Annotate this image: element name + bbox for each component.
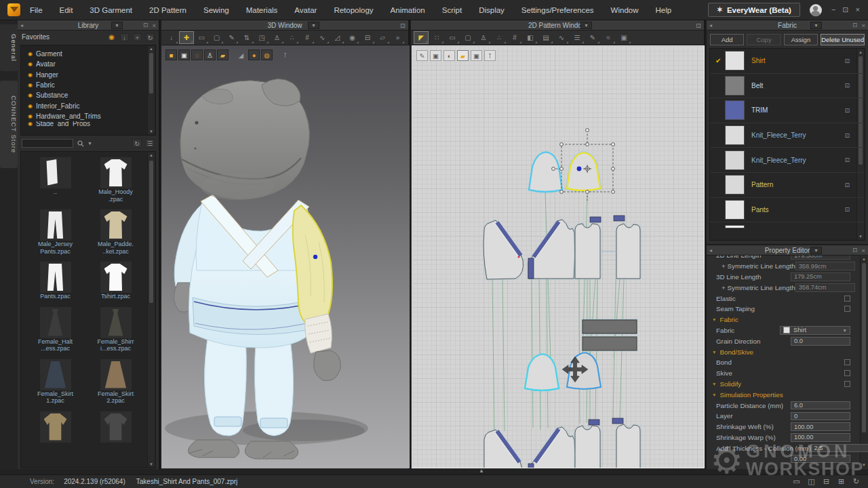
- select-move-tool-icon[interactable]: ✚: [179, 31, 193, 44]
- mannequin-tool-icon[interactable]: ⊟: [360, 31, 374, 44]
- sleeve-pattern-cyan[interactable]: [529, 152, 562, 192]
- layout-two-button[interactable]: ◫: [806, 477, 816, 486]
- fabric-swatch[interactable]: [725, 125, 745, 145]
- float-panel-icon[interactable]: ⊡: [852, 247, 857, 253]
- library-item[interactable]: [85, 411, 146, 443]
- flatten-tool-icon[interactable]: ▱: [376, 31, 390, 44]
- property-row[interactable]: ▼ 0.00 ▼: [707, 453, 868, 464]
- pattern-fill-toggle-icon[interactable]: ▰: [457, 50, 469, 61]
- property-checkbox[interactable]: [844, 359, 850, 365]
- chevron-down-icon[interactable]: ▼: [810, 22, 822, 29]
- fabric-row[interactable]: ✔ Pattern ⊡: [710, 173, 865, 198]
- pen-3d-tool-icon[interactable]: ✎: [224, 31, 239, 44]
- favorite-star-icon[interactable]: ◉: [107, 33, 116, 41]
- show-pattern-toggle-icon[interactable]: ▰: [217, 49, 229, 60]
- menu-item[interactable]: Window: [611, 6, 639, 14]
- simulate-tool-icon[interactable]: ↓: [164, 31, 178, 44]
- menu-item[interactable]: 2D Pattern: [149, 6, 186, 14]
- menu-item[interactable]: File: [30, 6, 43, 14]
- property-row[interactable]: ▼ Fabric Shirt ▼: [707, 325, 868, 336]
- property-row[interactable]: ▼ Bond ▼: [707, 357, 868, 368]
- float-panel-icon[interactable]: ⊡: [696, 22, 701, 29]
- property-row[interactable]: ▼ Grain Direction 0.0 ▼: [707, 336, 868, 346]
- property-field[interactable]: 0.00 ▼: [791, 455, 850, 464]
- copy-fabric-button[interactable]: Copy: [747, 34, 781, 45]
- grid-2d-tool-icon[interactable]: #: [507, 31, 522, 44]
- pin-dots-tool-icon[interactable]: ∴: [285, 31, 299, 44]
- fabric-row[interactable]: ✔ Belt ⊡: [710, 74, 865, 99]
- avatar-2d-tool-icon[interactable]: ♙: [476, 31, 491, 44]
- fabric-row[interactable]: ✔ Shirt ⊡: [710, 49, 865, 74]
- fabric-detail-icon[interactable]: ⊡: [844, 206, 850, 213]
- library-item[interactable]: Tshirt.zpac: [85, 262, 146, 300]
- chevron-down-icon[interactable]: ▼: [111, 22, 123, 29]
- property-field[interactable]: 179.25cm ▼: [791, 272, 850, 281]
- chevron-down-icon[interactable]: ▼: [580, 22, 592, 29]
- chevron-down-icon[interactable]: ▼: [308, 22, 319, 29]
- transform-pattern-tool-icon[interactable]: ◤: [414, 31, 429, 44]
- list-view-icon[interactable]: ☰: [145, 139, 155, 148]
- layout-mixed-button[interactable]: ⊟: [821, 477, 831, 486]
- fabric-row[interactable]: ✔ Pants ⊡: [710, 198, 865, 223]
- property-row[interactable]: ▼ Shrinkage Weft (%) 100.00 ▼: [707, 422, 868, 432]
- library-search-input[interactable]: [22, 139, 73, 148]
- fabric-swatch[interactable]: [725, 150, 745, 170]
- favorite-item[interactable]: ◉ Substance: [24, 90, 155, 100]
- tab-general[interactable]: General: [0, 24, 18, 71]
- property-field[interactable]: 358.99cm ▼: [795, 262, 855, 270]
- minimize-button[interactable]: −: [831, 5, 835, 14]
- fabric-swatch[interactable]: [725, 76, 745, 96]
- property-checkbox[interactable]: [844, 381, 850, 387]
- menu-item[interactable]: Edit: [60, 6, 73, 14]
- property-row[interactable]: ▼ 3D Line Length 179.25cm ▼: [707, 272, 868, 283]
- favorite-item[interactable]: ◉ Hanger: [24, 70, 155, 80]
- show-head-toggle-icon[interactable]: ●: [248, 49, 260, 60]
- property-row[interactable]: ▼ + Symmetric Line Length 358.74cm ▼: [707, 282, 868, 293]
- property-field[interactable]: 6.0 ▼: [791, 401, 850, 410]
- favorite-item[interactable]: ◉ Hardware_and_Trims: [24, 111, 155, 121]
- iron-tool-icon[interactable]: ◧: [523, 31, 538, 44]
- menu-item[interactable]: Avatar: [294, 6, 317, 14]
- fabric-detail-icon[interactable]: ⊡: [844, 157, 850, 163]
- ruler-tool-icon[interactable]: ⊺: [279, 49, 291, 60]
- property-row[interactable]: ▼ Skive ▼: [707, 368, 868, 379]
- layout-single-button[interactable]: ▭: [791, 477, 802, 486]
- property-row[interactable]: ▼ Particle Distance (mm) 6.0 ▼: [707, 400, 868, 411]
- rect-pattern-tool-icon[interactable]: ▭: [445, 31, 460, 44]
- select-mesh-tool-icon[interactable]: ▭: [195, 31, 209, 44]
- menu-item[interactable]: Retopology: [334, 6, 373, 14]
- menu-item[interactable]: Sewing: [203, 6, 229, 14]
- float-panel-icon[interactable]: ⊡: [143, 22, 148, 28]
- menu-item[interactable]: Help: [656, 6, 672, 14]
- refresh-icon[interactable]: ↻: [146, 33, 155, 41]
- show-globe-toggle-icon[interactable]: ◍: [261, 49, 273, 60]
- search-icon[interactable]: [77, 138, 84, 150]
- chevron-down-icon[interactable]: ▼: [810, 247, 822, 254]
- menu-item[interactable]: Script: [442, 6, 462, 14]
- pleats-tool-icon[interactable]: ☰: [570, 31, 585, 44]
- favorite-item[interactable]: ◉ Fabric: [24, 80, 155, 90]
- everywear-button[interactable]: ✶ EveryWear (Beta): [708, 3, 800, 17]
- property-row[interactable]: ▼ + Symmetric Line Length 358.99cm ▼: [707, 261, 868, 272]
- fabric-swatch[interactable]: [725, 225, 745, 228]
- more-tools-icon[interactable]: »: [391, 31, 405, 44]
- favorite-item[interactable]: ◉ Stage_and_Props: [24, 121, 155, 126]
- property-field[interactable]: 2.5 ▼: [810, 444, 868, 453]
- restore-button[interactable]: ⊡: [842, 5, 848, 14]
- fabric-row[interactable]: ✔ Knit_Fleece_Terry ⊡: [710, 148, 865, 173]
- property-checkbox[interactable]: [844, 370, 850, 376]
- arrange-tool-icon[interactable]: ⇅: [239, 31, 254, 44]
- add-fabric-button[interactable]: Add: [710, 34, 744, 45]
- sleeve-pattern-selected[interactable]: [567, 153, 600, 191]
- library-item[interactable]: Female_Skirt 2.zpac: [85, 359, 146, 405]
- app-logo-icon[interactable]: [7, 3, 20, 16]
- property-row[interactable]: ▼ Simulation Properties ▼: [707, 389, 868, 400]
- property-field[interactable]: 0.0 ▼: [791, 337, 850, 346]
- library-item[interactable]: Male_Jersey Pants.zpac: [25, 209, 85, 255]
- fabric-swatch[interactable]: [725, 100, 745, 120]
- library-item[interactable]: Female_Shirr i...ess.zpac: [85, 307, 146, 352]
- fabric-row[interactable]: ✔ ⊡: [710, 222, 865, 228]
- steam-tool-icon[interactable]: ◉: [345, 31, 359, 44]
- close-icon[interactable]: ×: [861, 22, 865, 29]
- property-row[interactable]: ▼ Fabric ▼: [707, 314, 868, 325]
